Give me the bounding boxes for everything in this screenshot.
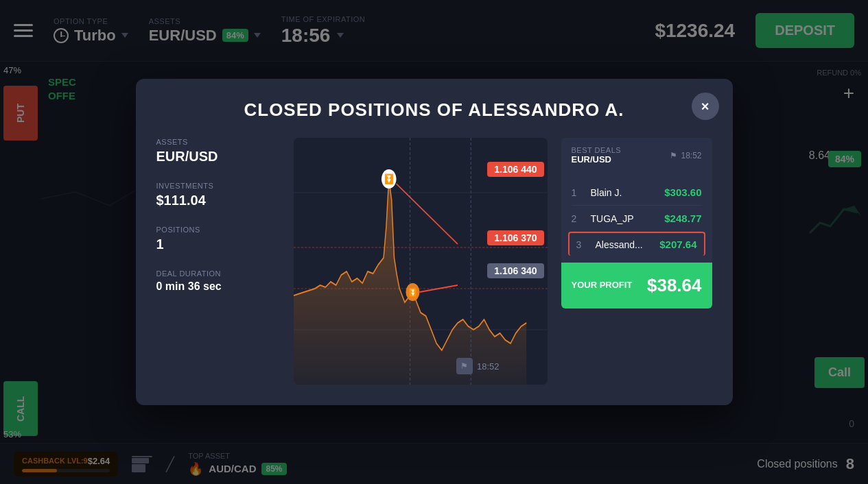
modal-body: ASSETS EUR/USD INVESTMENTS $111.04 POSIT… — [156, 138, 712, 385]
deal-rank-1: 1 — [572, 187, 584, 198]
flag-icon: ⚑ — [456, 358, 473, 374]
modal-close-button[interactable]: × — [692, 93, 719, 120]
best-deals-header-row: BEST DEALS EUR/USD ⚑ 18:52 — [572, 146, 702, 165]
best-deals-time-value: 18:52 — [681, 151, 701, 160]
best-deals-title: BEST DEALS — [572, 146, 622, 154]
deal-row-2: 2 TUGA_JP $248.77 — [572, 206, 702, 232]
info-assets: ASSETS EUR/USD — [156, 138, 280, 165]
info-panel: ASSETS EUR/USD INVESTMENTS $111.04 POSIT… — [156, 138, 280, 385]
profit-box: YOUR PROFIT $38.64 — [561, 263, 712, 308]
chart-time-label: 18:52 — [477, 361, 500, 372]
profit-value: $38.64 — [647, 275, 702, 296]
info-duration-value: 0 min 36 sec — [156, 280, 280, 293]
info-duration-label: DEAL DURATION — [156, 269, 280, 278]
svg-text:⏬: ⏬ — [408, 288, 417, 298]
deal-amount-1: $303.60 — [664, 186, 701, 198]
deal-row-3: 3 Alessand... $207.64 — [568, 232, 705, 256]
info-investments-value: $111.04 — [156, 193, 280, 208]
info-investments: INVESTMENTS $111.04 — [156, 182, 280, 208]
modal: CLOSED POSITIONS OF ALESSANDRO A. × ASSE… — [136, 79, 733, 405]
deal-name-1: Blain J. — [591, 187, 658, 198]
modal-overlay: CLOSED POSITIONS OF ALESSANDRO A. × ASSE… — [0, 0, 868, 484]
info-assets-label: ASSETS — [156, 138, 280, 146]
info-positions: POSITIONS 1 — [156, 226, 280, 252]
deal-rank-2: 2 — [572, 213, 584, 224]
best-deals-header: BEST DEALS EUR/USD ⚑ 18:52 — [561, 138, 712, 173]
chart-area: ⏬ ⏬ 1.106 440 1.106 370 1.106 340 — [294, 138, 548, 385]
deals-list: 1 Blain J. $303.60 2 TUGA_JP $248.77 3 A… — [561, 173, 712, 263]
deal-amount-2: $248.77 — [664, 213, 701, 224]
deal-rank-3: 3 — [576, 239, 589, 250]
price-low-label: 1.106 340 — [487, 263, 543, 278]
info-positions-label: POSITIONS — [156, 226, 280, 234]
info-assets-value: EUR/USD — [156, 149, 280, 165]
right-panel: BEST DEALS EUR/USD ⚑ 18:52 1 Blain J. $3… — [561, 138, 712, 385]
deal-name-3: Alessand... — [596, 239, 653, 250]
chart-time-marker: ⚑ 18:52 — [456, 358, 500, 374]
info-positions-value: 1 — [156, 237, 280, 252]
flag-icon-small: ⚑ — [670, 151, 677, 160]
info-duration: DEAL DURATION 0 min 36 sec — [156, 269, 280, 293]
best-deals-time: ⚑ 18:52 — [670, 151, 701, 160]
best-deals-asset: EUR/USD — [572, 154, 622, 165]
profit-label: YOUR PROFIT — [572, 280, 633, 291]
svg-text:⏬: ⏬ — [384, 173, 393, 186]
deal-amount-3: $207.64 — [659, 239, 696, 250]
deal-row-1: 1 Blain J. $303.60 — [572, 180, 702, 206]
price-mid-label: 1.106 370 — [487, 230, 543, 245]
price-high-label: 1.106 440 — [487, 162, 543, 177]
info-investments-label: INVESTMENTS — [156, 182, 280, 190]
deal-name-2: TUGA_JP — [591, 213, 658, 224]
modal-title: CLOSED POSITIONS OF ALESSANDRO A. — [156, 99, 712, 121]
